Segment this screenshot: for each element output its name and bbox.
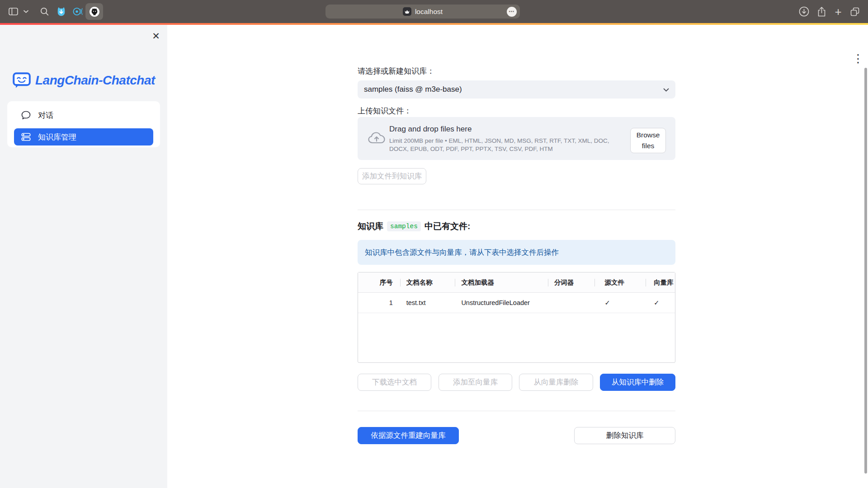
sidebar-chevron-down-icon[interactable] xyxy=(23,0,29,23)
column-header[interactable]: 文档名称 xyxy=(400,272,455,292)
kb-selectbox[interactable]: samples (faiss @ m3e-base) xyxy=(358,80,675,99)
sidebar-item-knowledge-base[interactable]: 知识库管理 xyxy=(14,128,153,145)
delete-kb-button[interactable]: 删除知识库 xyxy=(574,427,675,444)
extension-broadcast-icon[interactable] xyxy=(71,0,83,23)
sidebar-item-label: 对话 xyxy=(38,110,53,121)
delete-from-kb-button[interactable]: 从知识库中删除 xyxy=(600,374,675,391)
column-header[interactable]: 向量库 xyxy=(646,272,675,292)
app-logo: LangChain-Chatchat xyxy=(13,72,155,89)
new-tab-icon[interactable]: + xyxy=(833,0,844,23)
cell-filename[interactable]: test.txt xyxy=(400,293,455,313)
rebuild-vector-store-button[interactable]: 依据源文件重建向量库 xyxy=(358,427,459,444)
url-more-icon[interactable]: ⋯ xyxy=(507,7,517,17)
table-row[interactable]: 1 test.txt UnstructuredFileLoader ✓ ✓ xyxy=(358,293,675,313)
tab-overview-icon[interactable] xyxy=(849,0,861,23)
divider xyxy=(358,210,675,210)
chat-bubble-icon xyxy=(21,111,31,120)
column-header[interactable]: 分词器 xyxy=(548,272,595,292)
dropzone-limit-text: Limit 200MB per file • EML, HTML, JSON, … xyxy=(389,137,624,153)
cell-splitter[interactable] xyxy=(548,293,595,313)
app-menu-more-icon[interactable]: ⋮ xyxy=(852,51,864,66)
add-files-button[interactable]: 添加文件到知识库 xyxy=(358,168,426,184)
site-favicon xyxy=(403,7,411,16)
sidebar-item-chat[interactable]: 对话 xyxy=(14,107,153,124)
database-icon xyxy=(21,133,31,141)
sidebar-toggle-icon[interactable] xyxy=(7,0,19,23)
add-to-vector-store-button[interactable]: 添加至向量库 xyxy=(439,374,512,391)
cell-source-check[interactable]: ✓ xyxy=(594,293,646,313)
dropzone-title: Drag and drop files here xyxy=(389,125,472,134)
kb-files-heading: 知识库 samples 中已有文件: xyxy=(358,221,470,232)
page-scrollbar[interactable] xyxy=(864,68,867,474)
kb-name-code: samples xyxy=(387,221,421,231)
url-text: localhost xyxy=(415,8,443,16)
info-box: 知识库中包含源文件与向量库，请从下表中选择文件后操作 xyxy=(358,240,675,265)
sidebar-nav: 对话 知识库管理 xyxy=(7,101,160,147)
files-table[interactable]: 序号 文档名称 文档加载器 分词器 源文件 向量库 1 test.txt Uns… xyxy=(358,272,675,363)
downloads-icon[interactable] xyxy=(798,0,809,23)
chevron-down-icon xyxy=(663,85,669,94)
url-bar[interactable]: localhost ⋯ xyxy=(326,5,520,19)
column-header[interactable]: 文档加载器 xyxy=(455,272,547,292)
column-header[interactable]: 序号 xyxy=(358,272,400,292)
sidebar-item-label: 知识库管理 xyxy=(38,132,76,142)
table-header-row: 序号 文档名称 文档加载器 分词器 源文件 向量库 xyxy=(358,272,675,293)
main-content: 请选择或新建知识库： samples (faiss @ m3e-base) 上传… xyxy=(358,25,675,488)
browse-files-button[interactable]: Browse files xyxy=(630,128,666,153)
sidebar: ✕ LangChain-Chatchat 对话 知识库管理 xyxy=(0,25,167,488)
delete-from-vector-store-button[interactable]: 从向量库删除 xyxy=(519,374,593,391)
cloud-upload-icon xyxy=(368,131,386,148)
kb-heading-prefix: 知识库 xyxy=(358,221,383,232)
extension-cat-download-icon[interactable] xyxy=(55,0,67,23)
cell-index[interactable]: 1 xyxy=(358,293,400,313)
extension-github-icon[interactable] xyxy=(89,0,100,23)
app-logo-icon xyxy=(13,72,31,89)
upload-label: 上传知识文件： xyxy=(358,106,411,116)
kb-heading-suffix: 中已有文件: xyxy=(425,221,470,232)
share-icon[interactable] xyxy=(816,0,827,23)
search-icon[interactable] xyxy=(39,0,50,23)
cell-vector-check[interactable]: ✓ xyxy=(646,293,675,313)
kb-select-label: 请选择或新建知识库： xyxy=(358,66,434,76)
download-selected-button[interactable]: 下载选中文档 xyxy=(358,374,431,391)
column-header[interactable]: 源文件 xyxy=(594,272,646,292)
kb-selected-value: samples (faiss @ m3e-base) xyxy=(364,85,462,94)
info-text: 知识库中包含源文件与向量库，请从下表中选择文件后操作 xyxy=(365,248,559,258)
sidebar-close-icon[interactable]: ✕ xyxy=(149,29,163,43)
browser-toolbar: localhost ⋯ + xyxy=(0,0,868,23)
divider xyxy=(358,411,675,411)
cell-loader[interactable]: UnstructuredFileLoader xyxy=(455,293,547,313)
file-dropzone[interactable]: Drag and drop files here Limit 200MB per… xyxy=(358,117,675,160)
app-logo-text: LangChain-Chatchat xyxy=(35,73,155,88)
